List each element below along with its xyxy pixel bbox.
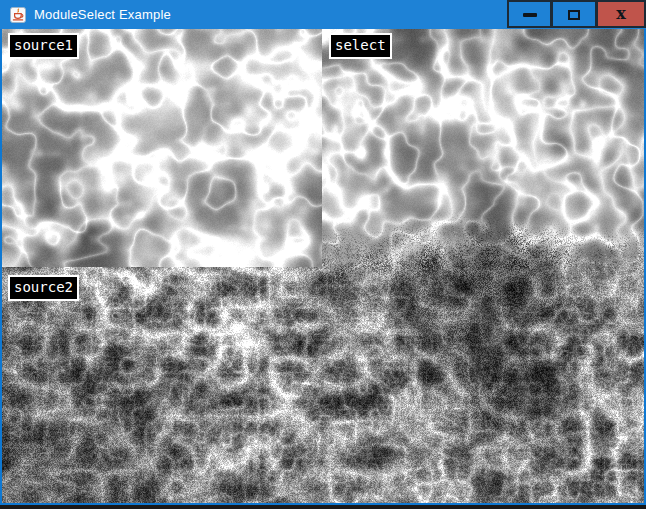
window-title: ModuleSelect Example <box>34 7 171 22</box>
minimize-button[interactable] <box>507 0 552 28</box>
minimize-icon <box>523 13 537 17</box>
titlebar[interactable]: ModuleSelect Example x <box>0 0 646 29</box>
app-window: ModuleSelect Example x source1 select so… <box>0 0 646 509</box>
maximize-icon <box>568 10 580 20</box>
maximize-button[interactable] <box>552 0 597 28</box>
label-source2: source2 <box>8 275 79 301</box>
label-source1: source1 <box>8 33 79 59</box>
java-app-icon <box>10 7 26 23</box>
desktop-strip <box>0 505 646 509</box>
window-controls: x <box>507 0 646 29</box>
render-area: source1 select source2 <box>2 29 644 503</box>
window-border-left[interactable] <box>0 29 2 505</box>
label-select: select <box>329 33 392 59</box>
noise-render-canvas <box>2 29 644 503</box>
close-icon: x <box>616 6 626 22</box>
close-button[interactable]: x <box>597 0 646 28</box>
